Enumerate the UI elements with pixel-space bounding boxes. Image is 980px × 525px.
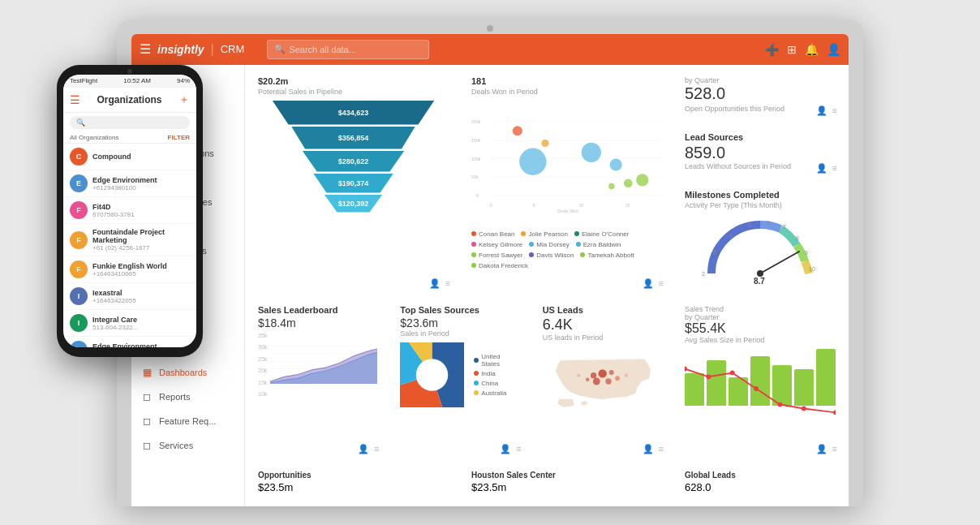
list-icon-bq: ≡ <box>832 105 837 115</box>
lead-sources-value: 859.0 <box>685 144 836 162</box>
gauge-wrapper: 2 3 4 5 6 7 8 9 10 <box>685 213 836 286</box>
nav-actions: ➕ ⊞ 🔔 👤 <box>765 43 840 56</box>
grid-icon[interactable]: ⊞ <box>787 43 797 56</box>
phone-avatar-4: F <box>70 231 88 249</box>
user-icon-ls: 👤 <box>816 163 827 174</box>
phone-screen-title: Organizations <box>97 94 161 105</box>
phone-item-phone-6: +16463422055 <box>92 297 190 304</box>
phone-avatar-2: E <box>70 174 88 192</box>
svg-text:50k: 50k <box>471 174 479 179</box>
pie-chart-svg <box>400 342 464 407</box>
bar-7 <box>816 349 836 406</box>
right-col-top: by Quarter 528.0 Open Opportunities this… <box>675 68 845 294</box>
bar-col-4 <box>750 349 770 406</box>
svg-point-51 <box>615 376 620 381</box>
svg-point-45 <box>416 359 449 391</box>
phone-add-icon[interactable]: ＋ <box>178 93 190 107</box>
phone-list-item-6[interactable]: I Iexastral +16463422055 <box>63 283 196 310</box>
svg-point-17 <box>519 148 546 174</box>
sales-trend-label: by Quarter <box>685 313 836 321</box>
lead-sources-widget: Lead Sources 859.0 Leads Without Sources… <box>675 124 845 179</box>
funnel-chart: $434,623 $356,854 $280,622 $190,374 <box>258 101 449 213</box>
pipeline-title: $20.2m <box>258 76 449 86</box>
legend-india: India <box>474 370 519 377</box>
bar-col-7 <box>816 349 836 406</box>
dashboard-row-1: $20.2m Potential Sales in Pipeline $434,… <box>248 68 845 294</box>
global-leads-title: Global Leads <box>685 471 836 480</box>
phone-list-item-8[interactable]: E Edge Environment +61294380100 <box>63 337 196 347</box>
phone-camera <box>127 69 132 74</box>
user-icon[interactable]: 👤 <box>827 43 840 56</box>
nav-divider: | <box>211 42 214 57</box>
phone-list-item-2[interactable]: E Edge Environment +61294380100 <box>63 170 196 197</box>
list-icon-ul: ≡ <box>659 444 664 454</box>
svg-text:10: 10 <box>579 202 584 207</box>
bar-col-5 <box>772 349 792 406</box>
main-layout: ⌂ Home ✓ Tasks 👤 Contacts ▤ Organization… <box>131 65 849 506</box>
svg-text:4: 4 <box>729 232 733 238</box>
phone-item-info-5: Funkie English World +16463410065 <box>92 262 190 278</box>
add-icon[interactable]: ➕ <box>765 43 779 56</box>
phone-search-bar[interactable]: 🔍 <box>70 116 190 129</box>
user-icon-deals: 👤 <box>643 278 654 289</box>
svg-text:3: 3 <box>713 250 716 256</box>
opportunities-widget: Opportunities $23.5m <box>248 463 458 503</box>
dashboard-row-3: Opportunities $23.5m Houston Sales Cente… <box>248 463 845 503</box>
y-axis-labels: 35k 30k 25k 20k 15k 10k <box>258 333 269 398</box>
phone-item-info-1: Compound <box>92 153 190 161</box>
phone-avatar-1: C <box>70 148 88 166</box>
phone-battery: 94% <box>177 77 190 84</box>
bell-icon[interactable]: 🔔 <box>805 43 819 56</box>
phone-list-item-3[interactable]: F Fit4D 6707580-3781 <box>63 197 196 224</box>
phone-filter-action[interactable]: FILTER <box>168 134 190 141</box>
hamburger-icon[interactable]: ☰ <box>140 41 151 57</box>
svg-point-19 <box>610 158 622 170</box>
phone-avatar-5: F <box>70 260 88 278</box>
svg-text:0: 0 <box>476 193 479 198</box>
svg-text:9: 9 <box>805 250 808 256</box>
svg-point-15 <box>513 126 522 136</box>
phone-item-phone-4: +61 (02) 4256-1677 <box>92 244 190 252</box>
houston-value: $23.5m <box>471 481 662 493</box>
top-sales-sources-widget: Top Sales Sources $23.6m Sales in Period <box>390 297 529 459</box>
by-quarter-footer: 👤 ≡ <box>816 105 837 116</box>
dashboards-icon: ▦ <box>141 367 153 378</box>
search-icon: 🔍 <box>274 44 286 54</box>
phone-screen: TestFlight 10:52 AM 94% ☰ Organizations … <box>63 75 196 347</box>
phone-list-item-4[interactable]: F Fountaindale Project Marketing +61 (02… <box>63 224 196 256</box>
legend-item: Mia Dorsey <box>529 241 569 248</box>
phone-item-info-7: Integral Care 513-604-2322... <box>92 316 190 331</box>
sidebar-item-dashboards[interactable]: ▦ Dashboards <box>131 360 244 385</box>
by-quarter-subtitle: Open Opportunities this Period <box>685 105 836 113</box>
opps-widget-value: $23.5m <box>258 481 449 493</box>
sidebar-label-reports: Reports <box>159 392 191 402</box>
phone-list-item-1[interactable]: C Compound <box>63 144 196 170</box>
funnel-label-5: $120,392 <box>338 200 369 208</box>
services-icon: ◻ <box>141 440 153 451</box>
by-quarter-label: by Quarter <box>685 76 836 84</box>
gauge-svg: 2 3 4 5 6 7 8 9 10 <box>695 213 825 286</box>
funnel-row-4: $190,374 <box>309 174 398 193</box>
svg-point-18 <box>582 142 601 161</box>
phone-menu-icon[interactable]: ☰ <box>70 93 80 106</box>
legend-us: United States <box>474 353 519 368</box>
sidebar-item-services[interactable]: ◻ Services <box>131 433 244 458</box>
svg-text:Deals Won: Deals Won <box>557 209 578 213</box>
houston-title: Houston Sales Center <box>471 471 662 480</box>
list-icon-lb: ≡ <box>374 444 379 454</box>
sidebar-item-reports[interactable]: ◻ Reports <box>131 385 244 409</box>
sidebar-item-feature-req[interactable]: ◻ Feature Req... <box>131 409 244 433</box>
svg-point-22 <box>608 183 615 189</box>
funnel-row-5: $120,392 <box>321 195 386 213</box>
phone-list-item-5[interactable]: F Funkie English World +16463410065 <box>63 256 196 283</box>
search-bar[interactable]: 🔍 Search all data... <box>267 40 429 59</box>
phone-item-name-5: Funkie English World <box>92 262 190 270</box>
opps-widget-title: Opportunities <box>258 471 449 480</box>
legend-item: Ezra Baldwin <box>576 241 621 248</box>
funnel-label-3: $280,622 <box>338 157 369 166</box>
phone-item-info-8: Edge Environment +61294380100 <box>92 342 190 348</box>
leaderboard-footer: 👤 ≡ <box>358 444 379 454</box>
svg-point-54 <box>577 373 580 377</box>
phone-list-item-7[interactable]: I Integral Care 513-604-2322... <box>63 310 196 337</box>
app-logo: insightly <box>157 43 204 56</box>
